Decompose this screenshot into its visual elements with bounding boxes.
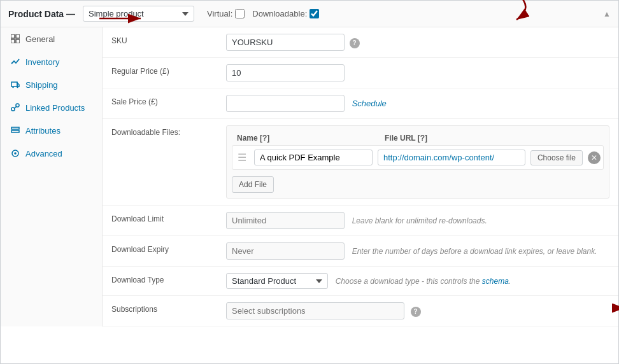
download-type-row: Download Type Standard Product Applicati… — [103, 267, 618, 296]
sku-row: SKU ? — [103, 27, 618, 58]
download-limit-label: Download Limit — [103, 206, 217, 236]
svg-point-9 — [17, 87, 18, 88]
product-data-box: Product Data — Simple product Grouped pr… — [0, 0, 619, 364]
col-name-header: Name [?] — [237, 134, 380, 143]
sidebar: General Inventory Shipping Linked Produc… — [1, 27, 103, 326]
product-data-title: Product Data — — [8, 9, 75, 19]
download-limit-input[interactable] — [226, 212, 345, 229]
sku-input[interactable] — [226, 34, 345, 51]
add-file-button[interactable]: Add File — [232, 176, 274, 193]
virtual-checkbox[interactable] — [235, 9, 245, 18]
sku-help-icon[interactable]: ? — [350, 38, 360, 48]
download-expiry-label: Download Expiry — [103, 236, 217, 267]
attributes-icon — [10, 125, 20, 136]
download-type-cell: Standard Product Application/Software Mu… — [217, 267, 618, 296]
virtual-label-text: Virtual: — [207, 9, 232, 18]
sidebar-item-inventory[interactable]: Inventory — [1, 50, 102, 73]
svg-rect-11 — [16, 104, 19, 107]
file-url-input[interactable] — [378, 150, 525, 165]
product-data-body: General Inventory Shipping Linked Produc… — [1, 27, 618, 326]
regular-price-cell — [217, 58, 618, 88]
fields-table: SKU ? Regular Price (£) Sale Price (£) — [103, 27, 618, 326]
subscriptions-row: Subscriptions ? — [103, 296, 618, 326]
schema-link[interactable]: schema — [482, 277, 509, 286]
downloadable-files-cell: Name [?] File URL [?] ☰ Choose file ✕ Ad… — [217, 119, 618, 206]
main-content: SKU ? Regular Price (£) Sale Price (£) — [103, 27, 618, 326]
downloadable-files-label: Downloadable Files: — [103, 119, 217, 206]
svg-rect-13 — [11, 130, 19, 132]
downloadable-label-text: Downloadable: — [252, 9, 307, 18]
download-expiry-row: Download Expiry Enter the number of days… — [103, 236, 618, 267]
sidebar-item-shipping[interactable]: Shipping — [1, 73, 102, 96]
svg-rect-2 — [11, 34, 15, 38]
linked-icon — [10, 102, 20, 113]
shipping-icon — [10, 80, 20, 90]
download-expiry-hint: Enter the number of days before a downlo… — [352, 247, 597, 256]
sidebar-item-label-attributes: Attributes — [25, 126, 60, 136]
download-expiry-cell: Enter the number of days before a downlo… — [217, 236, 618, 267]
download-type-hint-text: Choose a download type - this controls t… — [336, 277, 511, 286]
download-type-select[interactable]: Standard Product Application/Software Mu… — [226, 273, 328, 289]
regular-price-label: Regular Price (£) — [103, 58, 217, 88]
sku-cell: ? — [217, 27, 618, 58]
drag-handle-icon[interactable]: ☰ — [235, 151, 249, 164]
subscriptions-help-icon[interactable]: ? — [411, 307, 421, 317]
regular-price-input[interactable] — [226, 64, 345, 81]
file-name-input[interactable] — [254, 150, 373, 165]
sidebar-item-attributes[interactable]: Attributes — [1, 119, 102, 142]
collapse-button[interactable]: ▲ — [603, 10, 611, 18]
sidebar-item-label-general: General — [25, 34, 55, 44]
download-expiry-input[interactable] — [226, 242, 345, 260]
svg-point-8 — [12, 87, 13, 88]
sale-price-cell: Schedule — [217, 88, 618, 119]
sku-label: SKU — [103, 27, 217, 58]
subscription-arrow — [606, 298, 619, 324]
col-url-header: File URL [?] — [385, 134, 599, 143]
sidebar-item-general[interactable]: General — [1, 27, 102, 50]
file-row: ☰ Choose file ✕ — [232, 145, 604, 170]
svg-marker-7 — [17, 83, 19, 87]
subscriptions-input[interactable] — [226, 302, 404, 319]
svg-rect-6 — [11, 82, 17, 87]
title-dash: — — [66, 9, 75, 19]
download-limit-hint: Leave blank for unlimited re-downloads. — [352, 216, 487, 225]
downloadable-files-container: Name [?] File URL [?] ☰ Choose file ✕ Ad… — [226, 125, 609, 199]
svg-rect-10 — [11, 108, 15, 111]
files-header: Name [?] File URL [?] — [232, 131, 604, 145]
inventory-icon — [10, 57, 20, 67]
sale-price-row: Sale Price (£) Schedule — [103, 88, 618, 119]
sidebar-item-label-advanced: Advanced — [25, 149, 62, 158]
sale-price-input[interactable] — [226, 95, 345, 112]
download-limit-row: Download Limit Leave blank for unlimited… — [103, 206, 618, 236]
download-limit-cell: Leave blank for unlimited re-downloads. — [217, 206, 618, 236]
svg-rect-3 — [16, 34, 20, 38]
svg-rect-5 — [16, 39, 20, 43]
subscriptions-cell: ? — [217, 296, 618, 326]
sidebar-item-label-shipping: Shipping — [25, 80, 58, 90]
downloadable-label: Downloadable: — [252, 9, 319, 18]
product-type-select[interactable]: Simple product Grouped product External/… — [83, 6, 194, 22]
svg-point-15 — [14, 152, 17, 155]
grid-icon — [10, 34, 20, 44]
sale-price-label: Sale Price (£) — [103, 88, 217, 119]
download-type-label: Download Type — [103, 267, 217, 296]
downloadable-checkbox[interactable] — [310, 9, 319, 18]
downloadable-files-row: Downloadable Files: Name [?] File URL [?… — [103, 119, 618, 206]
sidebar-item-label-linked-products: Linked Products — [25, 103, 85, 113]
advanced-icon — [10, 148, 20, 158]
sidebar-item-advanced[interactable]: Advanced — [1, 142, 102, 165]
regular-price-row: Regular Price (£) — [103, 58, 618, 88]
sidebar-item-label-inventory: Inventory — [25, 57, 59, 67]
svg-rect-4 — [11, 39, 15, 43]
product-data-header: Product Data — Simple product Grouped pr… — [1, 1, 618, 27]
svg-rect-12 — [11, 127, 19, 129]
virtual-label: Virtual: — [207, 9, 245, 18]
schedule-link[interactable]: Schedule — [352, 99, 387, 108]
title-text: Product Data — [8, 9, 64, 19]
sidebar-item-linked-products[interactable]: Linked Products — [1, 96, 102, 119]
choose-file-button[interactable]: Choose file — [530, 150, 583, 165]
subscriptions-label: Subscriptions — [103, 296, 217, 326]
remove-file-button[interactable]: ✕ — [588, 151, 601, 164]
